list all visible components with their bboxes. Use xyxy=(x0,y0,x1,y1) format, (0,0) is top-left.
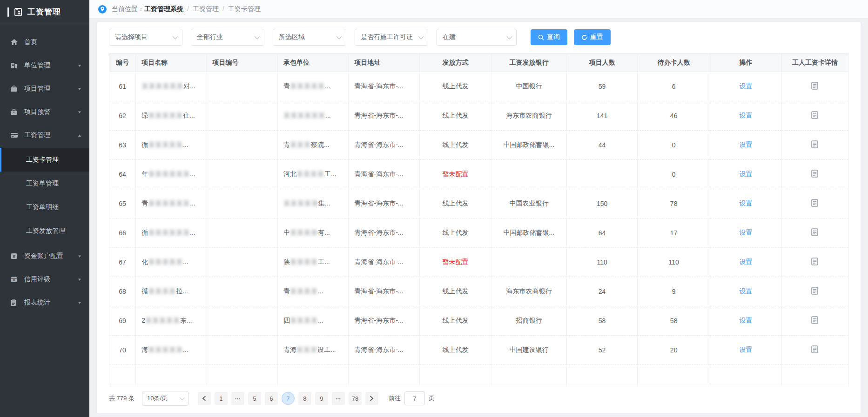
page-ellipsis[interactable]: ••• xyxy=(231,392,244,405)
settings-link[interactable]: 设置 xyxy=(739,199,752,207)
sidebar-item-payroll-detail[interactable]: 工资单明细 xyxy=(0,195,89,219)
sidebar-item-project-mgmt[interactable]: 项目管理 ▼ xyxy=(0,77,89,100)
sidebar-item-payroll-mgmt[interactable]: 工资单管理 xyxy=(0,172,89,195)
card-detail-icon[interactable] xyxy=(811,258,818,265)
cell-action: 设置 xyxy=(710,189,781,218)
next-page-button[interactable] xyxy=(365,392,378,405)
cell-card-detail xyxy=(781,336,848,365)
sidebar-item-salary-card-mgmt[interactable]: 工资卡管理 xyxy=(0,148,89,172)
cell-action: 设置 xyxy=(710,131,781,160)
page-ellipsis[interactable]: ••• xyxy=(332,392,345,405)
cell-contractor: 四某某某某... xyxy=(278,306,349,336)
settings-link[interactable]: 设置 xyxy=(739,346,752,353)
card-detail-icon[interactable] xyxy=(811,199,818,207)
cell-address: 青海省-海东市-... xyxy=(349,336,419,365)
cell-contractor: 中某某某某有... xyxy=(278,218,349,248)
cell-contractor: 某某某某某集... xyxy=(278,189,349,218)
cell-project-code xyxy=(207,72,277,101)
card-detail-icon[interactable] xyxy=(811,170,818,178)
cell-id: 62 xyxy=(109,101,136,131)
card-detail-icon[interactable] xyxy=(811,140,818,148)
cell-people: 44 xyxy=(566,131,637,160)
content-card: 请选择项目 全部行业 所选区域 是否有施工许可证 在建 查询 重置 xyxy=(97,22,861,413)
project-select[interactable]: 请选择项目 xyxy=(109,29,182,46)
cell-pending: 17 xyxy=(638,218,710,248)
cell-action: 设置 xyxy=(710,72,781,101)
cell-people: 52 xyxy=(566,336,637,365)
card-detail-icon[interactable] xyxy=(811,82,818,90)
card-detail-icon[interactable] xyxy=(811,111,818,119)
sidebar-item-credit-rating[interactable]: ¥ 信用评级 ▼ xyxy=(0,268,89,291)
card-detail-icon[interactable] xyxy=(811,287,818,295)
cell-pending: 9 xyxy=(638,277,710,306)
chevron-up-icon: ▲ xyxy=(77,133,82,138)
settings-link[interactable]: 设置 xyxy=(739,258,752,265)
cell-project-name: 循某某某某某... xyxy=(136,131,207,160)
status-select[interactable]: 在建 xyxy=(437,29,517,46)
page-button-7[interactable]: 7 xyxy=(282,392,295,405)
redacted-text: 某某某某某某 xyxy=(283,112,325,119)
breadcrumb-level2[interactable]: 工资卡管理 xyxy=(228,5,261,13)
table-row: 65 青某某某某某某... 某某某某某集... 青海省-海东市-... 线上代发… xyxy=(109,189,848,218)
cell-address: 青海省-海东市-... xyxy=(349,306,419,336)
sidebar-menu: 首页 单位管理 ▼ 项目管理 ▼ 项目预警 ▼ 工资管理 ▲ 工资卡管理 工资单… xyxy=(0,24,89,314)
goto-page-input[interactable] xyxy=(404,391,425,405)
cell-bank: 中国邮政储蓄银... xyxy=(491,131,566,160)
salary-submenu: 工资卡管理 工资单管理 工资单明细 工资发放管理 xyxy=(0,147,89,245)
location-icon xyxy=(98,5,107,14)
sidebar-item-project-alert[interactable]: 项目预警 ▼ xyxy=(0,100,89,124)
region-select[interactable]: 所选区域 xyxy=(273,29,346,46)
industry-select[interactable]: 全部行业 xyxy=(191,29,264,46)
page-button-5[interactable]: 5 xyxy=(248,392,261,405)
settings-link[interactable]: 设置 xyxy=(739,317,752,324)
money-account-icon: ¥ xyxy=(10,252,18,260)
cell-address: 青海省-海东市-... xyxy=(349,160,419,189)
sidebar-header: 工资管理 xyxy=(0,0,89,24)
cell-people: 58 xyxy=(566,306,637,336)
page-button-6[interactable]: 6 xyxy=(265,392,278,405)
sidebar-item-salary-issue-mgmt[interactable]: 工资发放管理 xyxy=(0,219,89,243)
page-button-78[interactable]: 78 xyxy=(349,392,362,405)
table-row: 64 年某某某某某某... 河北某某某某工... 青海省-海东市-... 暂未配… xyxy=(109,160,848,189)
reset-button[interactable]: 重置 xyxy=(574,29,611,45)
cell-pending: 78 xyxy=(638,189,710,218)
search-button[interactable]: 查询 xyxy=(531,29,567,45)
page-button-9[interactable]: 9 xyxy=(315,392,328,405)
sidebar-item-fund-account[interactable]: ¥ 资金账户配置 ▼ xyxy=(0,245,89,268)
breadcrumb-level1[interactable]: 工资管理 xyxy=(193,5,219,13)
cell-project-name: 某某某某某某对... xyxy=(136,72,207,101)
cell-card-detail xyxy=(781,277,848,306)
col-card-detail: 工人工资卡详情 xyxy=(781,53,848,72)
settings-link[interactable]: 设置 xyxy=(739,229,752,236)
sidebar-item-salary-mgmt[interactable]: 工资管理 ▲ xyxy=(0,124,89,147)
cell-project-code xyxy=(207,218,277,248)
page-button-8[interactable]: 8 xyxy=(298,392,311,405)
page-size-select[interactable]: 10条/页 xyxy=(142,391,188,406)
cell-action: 设置 xyxy=(710,336,781,365)
settings-link[interactable]: 设置 xyxy=(739,287,752,295)
prev-page-button[interactable] xyxy=(198,392,211,405)
settings-link[interactable]: 设置 xyxy=(739,141,752,148)
permit-select[interactable]: 是否有施工许可证 xyxy=(355,29,428,46)
clipboard-icon xyxy=(10,299,18,306)
redacted-text: 某某某某 xyxy=(148,287,176,295)
cell-address: 青海省-海东市-... xyxy=(349,218,419,248)
settings-link[interactable]: 设置 xyxy=(739,170,752,178)
breadcrumb-root[interactable]: 工资管理系统 xyxy=(144,5,183,13)
sidebar-item-unit-mgmt[interactable]: 单位管理 ▼ xyxy=(0,54,89,77)
cell-method: 线上代发 xyxy=(419,189,491,218)
cell-project-name: 年某某某某某某... xyxy=(136,160,207,189)
settings-link[interactable]: 设置 xyxy=(739,112,752,119)
card-detail-icon[interactable] xyxy=(811,228,818,236)
sidebar-item-report-stats[interactable]: 报表统计 ▼ xyxy=(0,291,89,314)
cell-method: 线上代发 xyxy=(419,131,491,160)
collapse-handle-icon[interactable] xyxy=(7,7,9,17)
page-button-1[interactable]: 1 xyxy=(215,392,228,405)
card-detail-icon[interactable] xyxy=(811,316,818,324)
settings-link[interactable]: 设置 xyxy=(739,82,752,90)
col-project-code: 项目编号 xyxy=(207,53,277,72)
card-detail-icon[interactable] xyxy=(811,345,818,353)
cell-project-name: 2某某某某某东... xyxy=(136,306,207,336)
cell-project-name: 循某某某某拉... xyxy=(136,277,207,306)
sidebar-item-home[interactable]: 首页 xyxy=(0,31,89,54)
